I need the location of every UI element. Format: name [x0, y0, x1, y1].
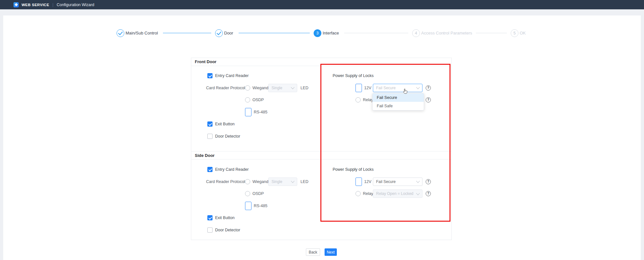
help-icon[interactable]: [426, 85, 431, 91]
osdp-radio[interactable]: [245, 97, 250, 102]
exit-button-checkbox[interactable]: [207, 121, 213, 127]
page: WEB SERVICE | Configuration Wizard Main/…: [0, 0, 644, 260]
front-door-title: Front Door: [195, 59, 216, 64]
12v-mode-select[interactable]: Fail Secure: [373, 178, 422, 186]
wiegand-radio[interactable]: [245, 85, 250, 91]
front-entry-card-reader-row: Entry Card Reader: [206, 70, 319, 82]
side-door-title: Side Door: [195, 153, 214, 158]
rs485-radio[interactable]: [245, 108, 251, 116]
osdp-radio[interactable]: [245, 191, 250, 196]
step-access-control-parameters-circle[interactable]: 4: [412, 29, 420, 37]
chevron-down-icon: [416, 86, 420, 89]
page-title: Configuration Wizard: [57, 3, 94, 7]
side-osdp-row: OSDP: [206, 188, 319, 200]
relay-radio[interactable]: [355, 191, 361, 196]
step-interface-label[interactable]: Interface: [323, 31, 339, 36]
side-rs485-row: RS-485: [206, 200, 319, 212]
step-door-label[interactable]: Door: [224, 31, 233, 36]
side-door-detector-row: Door Detector: [206, 224, 319, 236]
wiegand-radio[interactable]: [245, 179, 250, 184]
chevron-down-icon: [291, 179, 295, 183]
relay-label: Relay: [363, 98, 373, 102]
check-icon: [217, 30, 222, 35]
card-reader-protocol-label: Card Reader Protocol: [206, 86, 245, 90]
exit-button-label: Exit Button: [215, 216, 234, 220]
help-icon[interactable]: [426, 97, 431, 102]
12v-radio[interactable]: [355, 178, 362, 186]
led-label: LED: [300, 86, 308, 90]
check-icon: [118, 30, 123, 35]
next-button[interactable]: Next: [325, 248, 337, 256]
entry-card-reader-checkbox[interactable]: [207, 73, 213, 78]
step-ok-circle[interactable]: 5: [511, 29, 518, 37]
chevron-down-icon: [416, 191, 420, 195]
rs485-radio[interactable]: [245, 202, 251, 210]
side-card-reader-protocol-row: Card Reader Protocol Wiegand Single LED: [206, 176, 319, 188]
entry-card-reader-label: Entry Card Reader: [215, 167, 249, 172]
back-button[interactable]: Back: [306, 248, 320, 256]
step-main-sub-control-label[interactable]: Main/Sub Control: [126, 31, 158, 36]
front-door-detector-row: Door Detector: [206, 130, 319, 142]
exit-button-label: Exit Button: [215, 122, 234, 126]
app-logo-icon: [14, 2, 19, 7]
front-card-reader-protocol-row: Card Reader Protocol Wiegand Single LED: [206, 82, 319, 94]
front-exit-button-row: Exit Button: [206, 118, 319, 130]
front-12v-row: 12V Fail Secure: [333, 82, 444, 94]
side-power-supply-header-row: Power Supply of Locks: [333, 164, 444, 176]
wiegand-mode-select[interactable]: Single: [268, 84, 297, 92]
power-supply-of-locks-label: Power Supply of Locks: [333, 167, 374, 172]
top-bar: WEB SERVICE | Configuration Wizard: [0, 0, 644, 9]
wiegand-mode-select[interactable]: Single: [268, 178, 297, 186]
12v-label: 12V: [364, 86, 371, 90]
relay-mode-select[interactable]: Relay Open = Locked: [373, 189, 422, 198]
door-detector-checkbox[interactable]: [207, 227, 213, 233]
wiegand-mode-value: Single: [271, 179, 282, 184]
step-interface-circle[interactable]: 3: [314, 29, 321, 37]
dropdown-option-fail-secure[interactable]: Fail Secure: [373, 93, 424, 102]
power-supply-of-locks-label: Power Supply of Locks: [333, 73, 374, 78]
12v-label: 12V: [364, 179, 371, 184]
dropdown-option-fail-safe[interactable]: Fail Safe: [373, 102, 424, 110]
relay-label: Relay: [363, 191, 373, 196]
chevron-down-icon: [416, 179, 420, 183]
osdp-label: OSDP: [252, 98, 264, 102]
stepper-connector: [239, 33, 310, 33]
wiegand-label: Wiegand: [252, 86, 268, 90]
door-detector-checkbox[interactable]: [207, 134, 213, 139]
12v-mode-select[interactable]: Fail Secure: [373, 84, 422, 92]
front-rs485-row: RS-485: [206, 106, 319, 118]
relay-mode-value: Relay Open = Locked: [376, 191, 413, 196]
side-entry-card-reader-row: Entry Card Reader: [206, 164, 319, 176]
12v-radio[interactable]: [355, 84, 362, 92]
side-door-power-column: Power Supply of Locks 12V Fail Secure Re…: [333, 164, 444, 200]
step-door-circle[interactable]: [215, 29, 223, 37]
brand-name: WEB SERVICE: [22, 3, 49, 7]
osdp-label: OSDP: [252, 191, 264, 196]
entry-card-reader-label: Entry Card Reader: [215, 73, 249, 78]
front-door-left-column: Entry Card Reader Card Reader Protocol W…: [206, 70, 319, 142]
front-door-section-header: Front Door: [191, 58, 452, 66]
stepper-connector: [344, 33, 408, 33]
fail-mode-dropdown-menu: Fail Secure Fail Safe: [372, 93, 424, 111]
step-main-sub-control-circle[interactable]: [117, 29, 124, 37]
help-icon[interactable]: [426, 191, 431, 196]
side-12v-row: 12V Fail Secure: [333, 176, 444, 188]
relay-radio[interactable]: [355, 97, 361, 102]
front-power-supply-header-row: Power Supply of Locks: [333, 70, 444, 82]
step-ok-label[interactable]: OK: [520, 31, 526, 36]
stepper-connector: [163, 33, 211, 33]
side-relay-row: Relay Relay Open = Locked: [333, 188, 444, 200]
door-detector-label: Door Detector: [215, 228, 240, 232]
12v-mode-value: Fail Secure: [376, 86, 396, 90]
help-icon[interactable]: [426, 179, 431, 184]
topbar-divider: |: [52, 3, 53, 7]
wiegand-mode-value: Single: [271, 86, 282, 90]
chevron-down-icon: [291, 86, 295, 89]
step-access-control-parameters-label[interactable]: Access Control Parameters: [421, 31, 472, 36]
exit-button-checkbox[interactable]: [207, 215, 213, 220]
wiegand-label: Wiegand: [252, 179, 268, 184]
side-door-section-header: Side Door: [191, 151, 452, 159]
stepper-connector: [476, 33, 507, 33]
entry-card-reader-checkbox[interactable]: [207, 167, 213, 172]
rs485-label: RS-485: [254, 110, 267, 114]
